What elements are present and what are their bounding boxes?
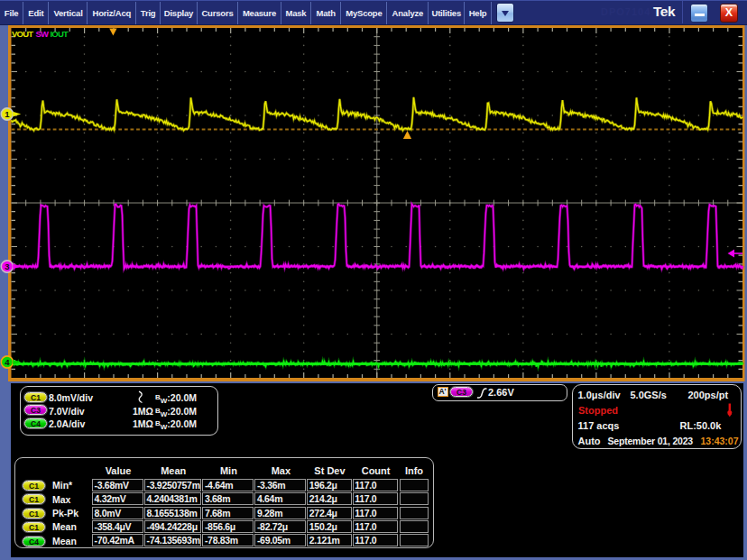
svg-text:3: 3	[5, 262, 9, 271]
svg-text:4: 4	[5, 357, 10, 367]
svg-text:1: 1	[5, 109, 10, 119]
svg-text:IOUT: IOUT	[51, 29, 69, 39]
svg-text:SW: SW	[36, 29, 50, 39]
